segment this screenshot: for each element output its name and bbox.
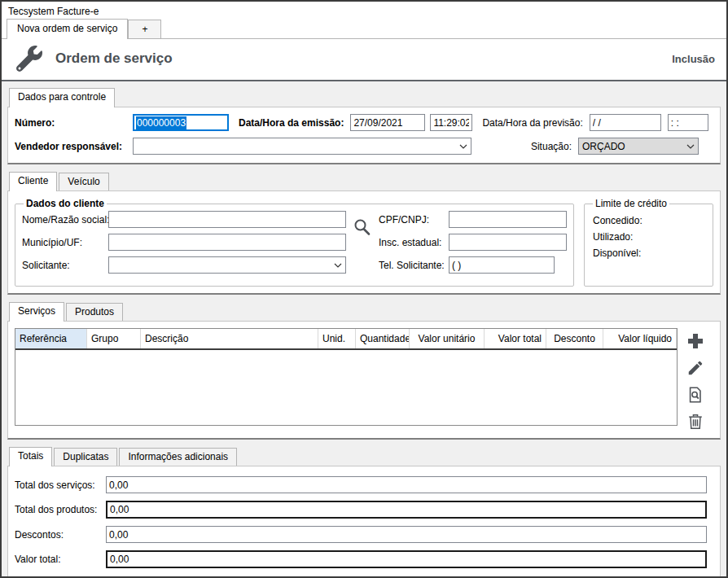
window-title: Tecsystem Facture-e [8,6,99,17]
section-totais: Totais Duplicatas Informações adicionais… [7,447,721,576]
totais-tab-strip: Totais Duplicatas Informações adicionais [7,447,721,466]
trash-icon [686,413,704,431]
insc-label: Insc. estadual: [379,237,449,248]
tab-totais[interactable]: Totais [9,447,52,466]
municipio-input[interactable] [108,234,346,251]
add-service-button[interactable] [686,331,705,351]
total-produtos-label: Total dos produtos: [15,504,106,515]
nome-input[interactable] [108,211,346,228]
col-valor-unitario[interactable]: Valor unitário [410,329,485,348]
solicitante-combobox[interactable] [108,256,346,274]
descontos-label: Descontos: [15,529,106,541]
insc-input[interactable] [449,234,567,251]
totais-panel: Total dos serviços: Total dos produtos: … [7,466,721,576]
numero-label: Número: [15,117,133,129]
tab-label: Duplicatas [63,451,108,462]
main-tab-strip: Nova ordem de serviço + [2,20,726,39]
utilizado-label: Utilizado: [593,231,706,243]
tab-produtos[interactable]: Produtos [66,303,123,321]
search-icon [353,217,372,237]
servicos-panel: Referência Grupo Descrição Unid. Quantid… [7,321,721,440]
section-cliente: Cliente Veículo Dados do cliente Nome/Ra… [7,172,721,295]
total-servicos-label: Total dos serviços: [15,479,106,491]
chevron-down-icon [686,144,695,149]
tab-label: Totais [18,450,43,462]
tel-input[interactable] [449,256,555,274]
preview-service-button[interactable] [686,385,705,405]
limite-de-credito-group: Limite de crédito Concedido: Utilizado: … [584,198,713,287]
limite-de-credito-legend: Limite de crédito [593,198,669,209]
title-bar: Tecsystem Facture-e [2,2,726,20]
section-dados-para-controle: Dados para controle Número: 000000003 Da… [7,88,721,164]
col-grupo[interactable]: Grupo [87,329,141,348]
control-panel: Número: 000000003 Data/Hora da emissão: … [7,107,721,164]
tab-nova-ordem-de-servico[interactable]: Nova ordem de serviço [7,19,128,39]
dados-do-cliente-group: Dados do cliente Nome/Razão social: Muni… [15,198,574,287]
mode-label: Inclusão [672,53,715,65]
tab-label: Serviços [18,305,55,317]
tel-label: Tel. Solicitante: [379,260,449,271]
numero-input[interactable]: 000000003 [133,114,229,131]
situacao-value: ORÇADO [582,141,683,152]
col-desconto[interactable]: Desconto [546,329,603,348]
chevron-down-icon [334,263,342,268]
disponivel-label: Disponível: [593,247,706,259]
plus-icon: + [142,24,147,35]
situacao-label: Situação: [531,141,572,152]
previsao-time-input[interactable] [668,114,708,131]
vendedor-combobox[interactable] [133,138,471,155]
delete-service-button[interactable] [686,412,705,431]
tab-dados-para-controle[interactable]: Dados para controle [9,88,115,107]
tab-label: Informações adicionais [128,451,228,462]
edit-service-button[interactable] [686,358,705,378]
services-toolbar [678,328,713,431]
services-table-header: Referência Grupo Descrição Unid. Quantid… [15,329,677,350]
numero-value: 000000003 [136,116,186,129]
client-right-column: CPF/CNPJ: Insc. estadual: Tel. Solicitan… [379,211,567,279]
chevron-down-icon [459,144,467,149]
tab-informacoes-adicionais[interactable]: Informações adicionais [119,448,237,466]
tab-label: Nova ordem de serviço [17,23,117,34]
cliente-tab-strip: Cliente Veículo [7,172,721,190]
emissao-date-input[interactable] [350,114,425,131]
document-search-icon [686,386,704,404]
valor-total-label: Valor total: [15,554,106,565]
col-descricao[interactable]: Descrição [141,329,318,348]
emissao-label: Data/Hora da emissão: [239,117,344,129]
tab-label: Veículo [68,176,99,187]
tab-servicos[interactable]: Serviços [9,302,64,322]
total-servicos-input[interactable] [106,476,707,493]
client-search-button[interactable] [346,211,379,237]
app-window: Tecsystem Facture-e Nova ordem de serviç… [0,0,728,578]
tab-label: Produtos [75,306,114,317]
total-produtos-input[interactable] [106,501,707,519]
valor-total-input[interactable] [106,550,707,568]
plus-icon [686,331,705,351]
control-tab-strip: Dados para controle [7,88,721,107]
col-unid[interactable]: Unid. [318,329,356,348]
col-quantidade[interactable]: Quantidade [356,329,410,348]
nome-label: Nome/Razão social: [22,214,108,226]
tab-cliente[interactable]: Cliente [9,172,57,191]
page-header: Ordem de serviço Inclusão [2,39,726,81]
cpf-input[interactable] [449,211,567,228]
col-valor-liquido[interactable]: Valor líquido [603,329,677,348]
tab-label: Dados para controle [18,91,106,103]
emissao-time-input[interactable] [430,114,472,131]
previsao-date-input[interactable] [590,114,661,131]
concedido-label: Concedido: [593,215,706,226]
cliente-panel: Dados do cliente Nome/Razão social: Muni… [7,190,721,295]
descontos-input[interactable] [106,526,707,543]
col-valor-total[interactable]: Valor total [485,329,546,348]
services-table: Referência Grupo Descrição Unid. Quantid… [15,328,678,426]
services-table-body[interactable] [15,350,677,425]
col-referencia[interactable]: Referência [15,329,87,348]
vendedor-label: Vendedor responsável: [15,141,133,152]
section-servicos: Serviços Produtos Referência Grupo Descr… [7,302,721,440]
tab-veiculo[interactable]: Veículo [59,173,108,190]
tab-duplicatas[interactable]: Duplicatas [54,448,117,466]
servicos-tab-strip: Serviços Produtos [7,302,721,321]
municipio-label: Município/UF: [22,237,108,248]
new-tab-button[interactable]: + [128,20,161,38]
situacao-combobox[interactable]: ORÇADO [578,138,699,155]
